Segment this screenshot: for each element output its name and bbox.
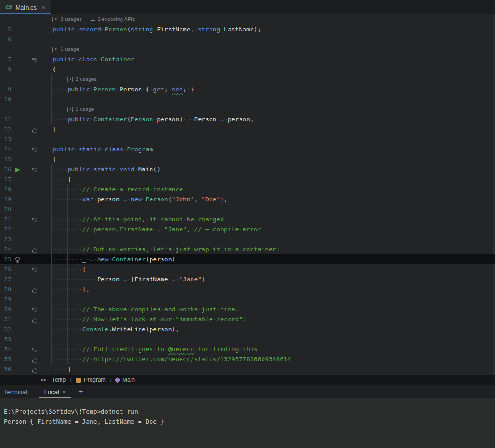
code-text[interactable]	[51, 294, 495, 304]
breadcrumb-item-temp[interactable]: <>_Temp	[40, 377, 66, 383]
lens-line: ↗2 usages	[0, 74, 495, 84]
tab-close-icon[interactable]: ×	[41, 4, 45, 11]
code-text[interactable]: ········//·Now·let's·look·at·our·"immuta…	[51, 314, 495, 324]
run-icon[interactable]	[14, 166, 21, 173]
code-text[interactable]: ········//·person.FirstName·=·"Jane";·//…	[51, 224, 495, 234]
line-number[interactable]: 28	[0, 284, 11, 294]
code-text[interactable]: ····public·static·void·Main()	[51, 164, 495, 174]
gutter: 35	[0, 354, 51, 364]
code-text[interactable]	[51, 334, 495, 344]
breadcrumb-item-program[interactable]: Program	[76, 377, 106, 383]
code-text[interactable]: ········};	[51, 284, 495, 294]
code-line: 23	[0, 234, 495, 244]
code-text[interactable]: public·record·Person(string·FirstName,·s…	[51, 24, 495, 34]
code-text[interactable]: ····}	[51, 364, 495, 374]
code-lens-usages[interactable]: ↗3 usages	[52, 14, 82, 24]
code-text[interactable]: ········//·Create·a·record·instance	[51, 184, 495, 194]
line-number[interactable]: 36	[0, 364, 11, 374]
line-number[interactable]: 31	[0, 314, 11, 324]
code-text[interactable]	[51, 34, 495, 44]
code-lens-usages[interactable]: ↗1 usage	[52, 44, 79, 54]
line-number[interactable]: 11	[0, 114, 11, 124]
code-text[interactable]	[51, 134, 495, 144]
indent-guide	[51, 164, 52, 364]
line-number[interactable]: 25	[0, 254, 11, 264]
code-text[interactable]: ········_·=·new·Container(person)	[51, 254, 495, 264]
line-number[interactable]: 23	[0, 234, 11, 244]
terminal-tab-close-icon[interactable]: ×	[62, 388, 66, 396]
line-number[interactable]: 21	[0, 214, 11, 224]
code-line: 20	[0, 204, 495, 214]
code-lens-usages[interactable]: ↗1 usage	[67, 104, 94, 114]
indent-guide	[82, 274, 82, 284]
lens-line: ↗1 usage	[0, 44, 495, 54]
tab-main-cs[interactable]: C# Main.cs ×	[0, 0, 51, 14]
code-text[interactable]	[51, 94, 495, 104]
code-text[interactable]: {	[51, 154, 495, 164]
line-number[interactable]: 27	[0, 274, 11, 284]
code-line: 9····public·Person·Person·{·get;·set;·}	[0, 84, 495, 94]
line-number[interactable]: 12	[0, 124, 11, 134]
code-lens-usages[interactable]: ↗2 usages	[67, 74, 97, 84]
terminal-output[interactable]: E:\Projects\Softdev\!Temp>dotnet runPers…	[0, 398, 495, 448]
line-number[interactable]: 8	[0, 64, 11, 74]
line-number[interactable]: 26	[0, 264, 11, 274]
gutter: 9	[0, 84, 51, 94]
line-number[interactable]: 9	[0, 84, 11, 94]
tab-title: Main.cs	[15, 4, 37, 11]
code-text[interactable]: ········{	[51, 264, 495, 274]
line-number[interactable]: 14	[0, 144, 11, 154]
code-text[interactable]: ········Console.WriteLine(person);	[51, 324, 495, 334]
code-text[interactable]: ········var·person·=·new·Person("John",·…	[51, 194, 495, 204]
code-text[interactable]: ············Person·=·{FirstName·=·"Jane"…	[51, 274, 495, 284]
code-text[interactable]: public·class·Container	[51, 54, 495, 64]
line-number[interactable]: 20	[0, 204, 11, 214]
breadcrumb-label: Program	[84, 377, 106, 383]
code-text[interactable]: ········//·The·above·compiles·and·works·…	[51, 304, 495, 314]
line-number[interactable]: 35	[0, 354, 11, 364]
gutter: 20	[0, 204, 51, 214]
line-number[interactable]: 10	[0, 94, 11, 104]
terminal-line: Person { FirstName = Jane, LastName = Do…	[4, 417, 495, 427]
code-line: 33	[0, 334, 495, 344]
line-number[interactable]: 33	[0, 334, 11, 344]
code-text[interactable]: ········//·But·no·worries,·let's·just·wr…	[51, 244, 495, 254]
line-number[interactable]: 16	[0, 164, 11, 174]
indent-guide	[67, 184, 68, 364]
code-lens-exposing-apis[interactable]: ☁2 exposing APIs	[90, 14, 135, 24]
line-number[interactable]: 15	[0, 154, 11, 164]
code-text[interactable]	[51, 204, 495, 214]
code-lens-row: ↗3 usages☁2 exposing APIs	[51, 14, 495, 24]
code-text[interactable]: {	[51, 64, 495, 74]
line-number[interactable]: 22	[0, 224, 11, 234]
line-number[interactable]: 7	[0, 54, 11, 64]
code-text[interactable]: ········//·https://twitter.com/neuecc/st…	[51, 354, 495, 364]
gutter: 36	[0, 364, 51, 374]
new-terminal-button[interactable]: +	[78, 387, 83, 397]
breadcrumb-item-main[interactable]: Main	[115, 377, 135, 383]
code-text[interactable]: ····public·Person·Person·{·get;·set;·}	[51, 84, 495, 94]
line-number[interactable]: 24	[0, 244, 11, 254]
line-number[interactable]: 32	[0, 324, 11, 334]
code-text[interactable]: }	[51, 124, 495, 134]
line-number[interactable]: 18	[0, 184, 11, 194]
code-text[interactable]: ········//·At·this·point,·it·cannot·be·c…	[51, 214, 495, 224]
line-number[interactable]: 17	[0, 174, 11, 184]
code-text[interactable]: public·static·class·Program	[51, 144, 495, 154]
code-text[interactable]: ········//·Full·credit·goes·to·@neuecc·f…	[51, 344, 495, 354]
line-number[interactable]: 13	[0, 134, 11, 144]
gutter: 7	[0, 54, 51, 64]
code-text[interactable]: ····{	[51, 174, 495, 184]
gutter: 12	[0, 124, 51, 134]
line-number[interactable]: 29	[0, 294, 11, 304]
line-number[interactable]: 6	[0, 34, 11, 44]
line-number[interactable]: 19	[0, 194, 11, 204]
code-editor[interactable]: ↗3 usages☁2 exposing APIs5public·record·…	[0, 14, 495, 375]
line-number[interactable]: 34	[0, 344, 11, 354]
intention-bulb-icon[interactable]	[14, 256, 21, 263]
line-number[interactable]: 30	[0, 304, 11, 314]
terminal-tab-local[interactable]: Local ×	[39, 385, 72, 398]
code-text[interactable]	[51, 234, 495, 244]
code-text[interactable]: ····public·Container(Person·person)·⇒·Pe…	[51, 114, 495, 124]
line-number[interactable]: 5	[0, 24, 11, 34]
